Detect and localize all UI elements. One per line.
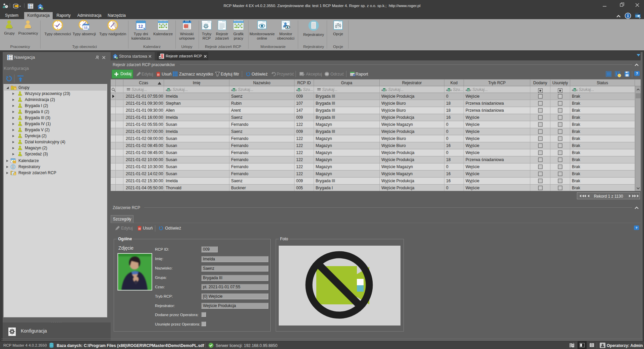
- svg-text:c: c: [386, 89, 387, 92]
- svg-text:a: a: [446, 89, 448, 92]
- svg-text:?: ?: [636, 72, 638, 76]
- svg-text:B: B: [233, 89, 235, 92]
- svg-text:c: c: [170, 89, 171, 92]
- svg-text:c: c: [450, 89, 452, 92]
- svg-text:c: c: [301, 89, 302, 92]
- svg-text:a: a: [166, 89, 167, 92]
- svg-text:B: B: [448, 89, 450, 92]
- svg-text:B: B: [298, 89, 300, 92]
- svg-text:a: a: [572, 89, 574, 92]
- svg-text:?: ?: [636, 226, 638, 230]
- svg-text:a: a: [466, 89, 467, 92]
- svg-text:B: B: [168, 89, 169, 92]
- svg-text:a: a: [231, 89, 233, 92]
- svg-text:c: c: [576, 89, 578, 92]
- svg-text:a: a: [296, 89, 298, 92]
- svg-text:B: B: [574, 89, 576, 92]
- svg-text:B: B: [468, 89, 469, 92]
- svg-text:c: c: [235, 89, 237, 92]
- svg-text:B: B: [383, 89, 385, 92]
- svg-text:a: a: [381, 89, 383, 92]
- svg-text:c: c: [470, 89, 471, 92]
- svg-text:12: 12: [138, 24, 143, 29]
